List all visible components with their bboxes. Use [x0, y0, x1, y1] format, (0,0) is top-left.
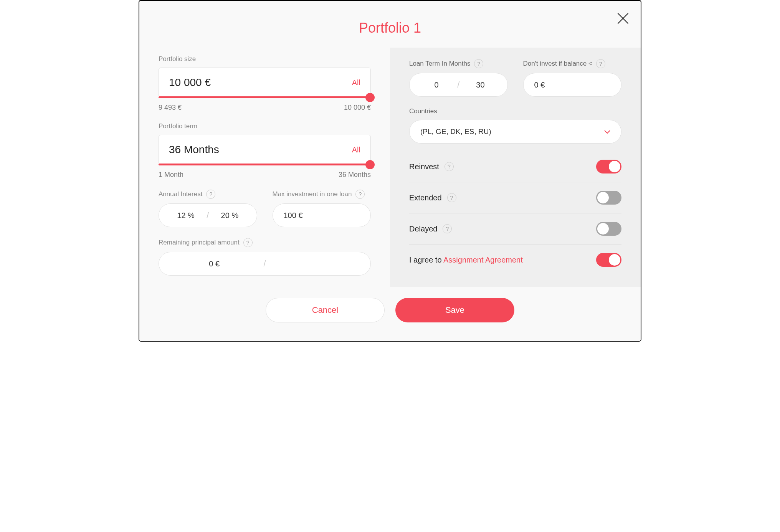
loan-term-label: Loan Term In Months ?	[409, 59, 508, 68]
range-separator: /	[456, 80, 461, 90]
delayed-row: Delayed ?	[409, 213, 621, 245]
agreement-toggle[interactable]	[596, 253, 621, 267]
delayed-label: Delayed ?	[409, 224, 452, 233]
countries-value: (PL, GE, DK, ES, RU)	[420, 127, 491, 136]
portfolio-term-box: 36 Months All	[159, 135, 371, 165]
remaining-principal-help-icon[interactable]: ?	[243, 238, 253, 247]
modal-title: Portfolio 1	[139, 1, 641, 48]
remaining-principal-label: Remaining principal amount ?	[159, 238, 371, 247]
portfolio-modal: Portfolio 1 Portfolio size 10 000 € All …	[139, 0, 641, 342]
modal-content: Portfolio size 10 000 € All 9 493 € 10 0…	[139, 48, 641, 287]
extended-row: Extended ?	[409, 182, 621, 213]
agreement-link[interactable]: Assignment Agreement	[443, 256, 523, 264]
remaining-principal-label-text: Remaining principal amount	[159, 239, 240, 246]
dont-invest-label: Don't invest if balance < ?	[523, 59, 622, 68]
countries-dropdown[interactable]: (PL, GE, DK, ES, RU)	[409, 120, 621, 144]
loan-term-label-text: Loan Term In Months	[409, 60, 470, 68]
right-column: Loan Term In Months ? 0 / 30 Don't inves…	[390, 48, 641, 287]
portfolio-size-slider[interactable]	[159, 96, 371, 98]
left-column: Portfolio size 10 000 € All 9 493 € 10 0…	[139, 48, 390, 287]
portfolio-size-all[interactable]: All	[352, 78, 360, 87]
toggle-knob	[597, 223, 609, 235]
countries-section: Countries (PL, GE, DK, ES, RU)	[409, 107, 621, 144]
dont-invest-label-text: Don't invest if balance <	[523, 60, 592, 68]
portfolio-term-all[interactable]: All	[352, 145, 360, 154]
loan-term-max[interactable]: 30	[461, 81, 499, 89]
max-investment-label: Max investment in one loan ?	[273, 190, 371, 199]
portfolio-size-label: Portfolio size	[159, 55, 371, 63]
portfolio-term-max: 36 Months	[339, 171, 371, 179]
annual-interest-section: Annual Interest ? 12 % / 20 %	[159, 190, 257, 227]
remaining-principal-section: Remaining principal amount ? 0 € /	[159, 238, 371, 276]
loanterm-balance-row: Loan Term In Months ? 0 / 30 Don't inves…	[409, 59, 621, 97]
portfolio-term-value: 36 Months	[169, 144, 219, 156]
annual-interest-label-text: Annual Interest	[159, 190, 202, 198]
remaining-principal-min[interactable]: 0 €	[167, 259, 262, 268]
extended-label-text: Extended	[409, 193, 442, 202]
reinvest-label-text: Reinvest	[409, 162, 439, 171]
portfolio-size-min: 9 493 €	[159, 104, 182, 112]
max-investment-input[interactable]: 100 €	[273, 203, 371, 227]
dont-invest-input[interactable]: 0 €	[523, 73, 622, 97]
max-investment-help-icon[interactable]: ?	[355, 190, 365, 199]
portfolio-term-min: 1 Month	[159, 171, 183, 179]
loan-term-help-icon[interactable]: ?	[474, 59, 483, 68]
annual-interest-input[interactable]: 12 % / 20 %	[159, 203, 257, 227]
interest-maxinvest-row: Annual Interest ? 12 % / 20 % Max invest…	[159, 190, 371, 227]
max-investment-value: 100 €	[284, 211, 303, 220]
dont-invest-help-icon[interactable]: ?	[596, 59, 605, 68]
dont-invest-value: 0 €	[534, 81, 545, 89]
portfolio-term-range: 1 Month 36 Months	[159, 171, 371, 179]
modal-footer: Cancel Save	[139, 287, 641, 341]
remaining-principal-input[interactable]: 0 € /	[159, 252, 371, 276]
countries-label: Countries	[409, 107, 621, 115]
close-button[interactable]	[616, 12, 630, 25]
agreement-text: I agree to Assignment Agreement	[409, 256, 523, 264]
extended-help-icon[interactable]: ?	[447, 193, 456, 202]
annual-interest-min[interactable]: 12 %	[167, 211, 205, 220]
portfolio-size-section: Portfolio size 10 000 € All 9 493 € 10 0…	[159, 55, 371, 112]
range-separator: /	[205, 210, 210, 220]
max-investment-label-text: Max investment in one loan	[273, 190, 352, 198]
portfolio-term-slider[interactable]	[159, 164, 371, 165]
toggle-knob	[609, 254, 620, 266]
save-button[interactable]: Save	[395, 298, 514, 322]
loan-term-section: Loan Term In Months ? 0 / 30	[409, 59, 508, 97]
toggle-knob	[609, 161, 620, 172]
loan-term-input[interactable]: 0 / 30	[409, 73, 508, 97]
delayed-label-text: Delayed	[409, 225, 437, 233]
portfolio-size-value: 10 000 €	[169, 76, 211, 89]
portfolio-size-range: 9 493 € 10 000 €	[159, 104, 371, 112]
portfolio-size-max: 10 000 €	[344, 104, 371, 112]
portfolio-size-box: 10 000 € All	[159, 68, 371, 97]
extended-toggle[interactable]	[596, 191, 621, 205]
close-icon	[616, 12, 630, 25]
reinvest-help-icon[interactable]: ?	[445, 162, 454, 171]
portfolio-term-label: Portfolio term	[159, 122, 371, 130]
annual-interest-label: Annual Interest ?	[159, 190, 257, 199]
reinvest-row: Reinvest ?	[409, 151, 621, 182]
delayed-help-icon[interactable]: ?	[443, 224, 452, 233]
delayed-toggle[interactable]	[596, 222, 621, 236]
extended-label: Extended ?	[409, 193, 456, 202]
max-investment-section: Max investment in one loan ? 100 €	[273, 190, 371, 227]
chevron-down-icon	[604, 127, 610, 136]
reinvest-label: Reinvest ?	[409, 162, 454, 171]
dont-invest-section: Don't invest if balance < ? 0 €	[523, 59, 622, 97]
cancel-button[interactable]: Cancel	[266, 298, 385, 322]
toggle-knob	[597, 192, 609, 203]
annual-interest-help-icon[interactable]: ?	[206, 190, 215, 199]
loan-term-min[interactable]: 0	[417, 81, 456, 89]
range-separator: /	[262, 259, 267, 269]
agreement-prefix: I agree to	[409, 256, 443, 264]
portfolio-term-slider-thumb[interactable]	[365, 160, 375, 169]
annual-interest-max[interactable]: 20 %	[210, 211, 249, 220]
reinvest-toggle[interactable]	[596, 160, 621, 173]
portfolio-term-section: Portfolio term 36 Months All 1 Month 36 …	[159, 122, 371, 179]
toggles-section: Reinvest ? Extended ? Delayed ?	[409, 151, 621, 275]
portfolio-size-slider-thumb[interactable]	[365, 93, 375, 102]
agreement-row: I agree to Assignment Agreement	[409, 245, 621, 275]
